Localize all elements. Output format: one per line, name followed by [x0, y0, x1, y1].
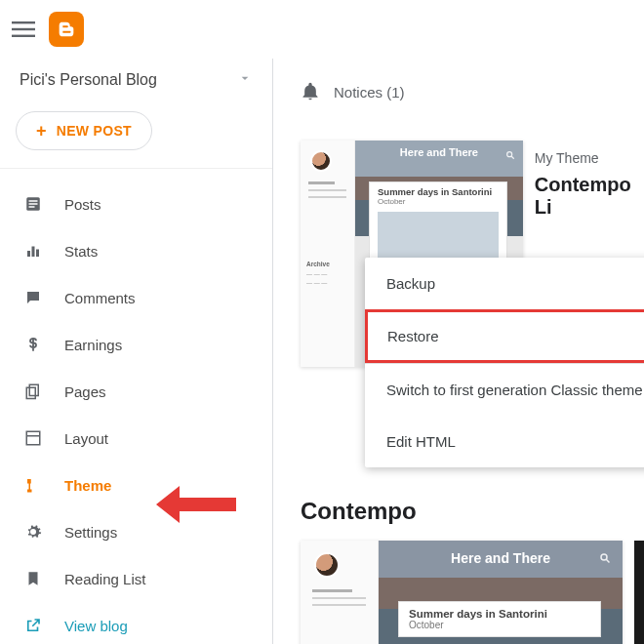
svg-rect-5	[29, 203, 38, 205]
svg-rect-0	[12, 21, 35, 23]
svg-point-17	[601, 554, 607, 560]
notices-row[interactable]: Notices (1)	[301, 82, 644, 101]
new-post-label: NEW POST	[57, 123, 132, 139]
svg-rect-6	[29, 206, 35, 208]
menu-edit-html[interactable]: Edit HTML	[365, 416, 644, 467]
my-theme-name: Contempo Li	[535, 174, 644, 219]
section-heading: Contempo	[301, 498, 417, 525]
chevron-down-icon	[237, 70, 253, 90]
settings-icon	[23, 522, 43, 542]
bookmark-icon	[23, 569, 43, 588]
plus-icon: +	[36, 122, 47, 140]
svg-line-16	[511, 156, 514, 159]
my-theme-caption: My Theme	[535, 150, 644, 166]
bell-icon	[301, 82, 320, 101]
svg-rect-2	[12, 35, 35, 37]
posts-icon	[23, 194, 43, 214]
nav-list: Posts Stats Comments Earnings Pages Layo…	[0, 169, 272, 644]
svg-rect-7	[27, 251, 30, 257]
svg-rect-1	[12, 28, 35, 30]
svg-rect-4	[29, 200, 38, 202]
layout-icon	[23, 428, 43, 448]
comments-icon	[23, 288, 43, 307]
theme-gallery-tile[interactable]: Here and There Summer days in SantoriniO…	[301, 541, 623, 644]
pages-icon	[23, 382, 43, 401]
avatar-icon	[310, 150, 332, 172]
svg-point-15	[506, 152, 511, 157]
blogger-logo	[49, 12, 84, 47]
theme-actions-menu: Backup Restore Switch to first generatio…	[365, 258, 644, 467]
nav-layout[interactable]: Layout	[0, 415, 272, 462]
nav-posts[interactable]: Posts	[0, 181, 272, 227]
preview-site-title: Here and There	[355, 146, 523, 158]
menu-switch-classic[interactable]: Switch to first generation Classic theme	[365, 363, 644, 416]
nav-reading-list[interactable]: Reading List	[0, 555, 272, 602]
svg-rect-12	[26, 431, 40, 445]
theme-icon	[23, 475, 43, 495]
stats-icon	[23, 241, 43, 261]
menu-backup[interactable]: Backup	[365, 258, 644, 309]
search-icon	[505, 146, 515, 164]
svg-rect-14	[27, 490, 32, 493]
nav-comments[interactable]: Comments	[0, 274, 272, 321]
menu-icon[interactable]	[12, 18, 35, 41]
blog-name: Pici's Personal Blog	[20, 71, 157, 89]
theme-gallery-tile-next[interactable]	[634, 541, 644, 644]
new-post-button[interactable]: + NEW POST	[16, 111, 152, 150]
nav-earnings[interactable]: Earnings	[0, 321, 272, 368]
svg-rect-10	[29, 384, 38, 395]
open-external-icon	[23, 616, 43, 635]
annotation-arrow	[156, 484, 236, 529]
nav-stats[interactable]: Stats	[0, 227, 272, 274]
nav-pages[interactable]: Pages	[0, 368, 272, 415]
svg-rect-9	[36, 250, 39, 258]
menu-restore[interactable]: Restore	[365, 309, 644, 363]
blog-selector[interactable]: Pici's Personal Blog	[0, 59, 272, 107]
notices-label: Notices (1)	[334, 84, 405, 101]
sidebar: Pici's Personal Blog + NEW POST Posts St…	[0, 59, 273, 644]
avatar-icon	[314, 552, 340, 578]
svg-line-18	[607, 560, 610, 563]
search-icon	[599, 550, 611, 568]
earnings-icon	[23, 335, 43, 354]
svg-rect-8	[32, 247, 35, 258]
nav-view-blog[interactable]: View blog	[0, 602, 272, 644]
svg-rect-11	[26, 387, 35, 398]
preview-site-title: Here and There	[379, 550, 623, 566]
